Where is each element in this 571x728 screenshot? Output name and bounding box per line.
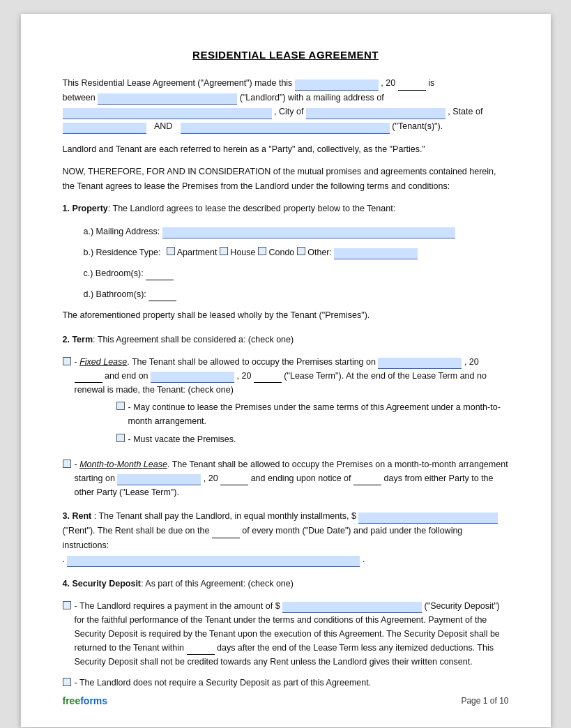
payment-instructions-field[interactable] (67, 556, 360, 567)
section3: 3. Rent : The Tenant shall pay the Landl… (63, 509, 509, 567)
vacate-option: - Must vacate the Premises. (116, 432, 509, 446)
fixed-lease-suboptions: - May continue to lease the Premises und… (116, 400, 509, 446)
apartment-label: Apartment (177, 248, 220, 257)
section1: 1. Property: The Landlord agrees to leas… (63, 202, 509, 322)
fixed-start-year[interactable] (75, 372, 102, 383)
date-field[interactable] (295, 79, 379, 91)
city-field[interactable] (306, 108, 446, 119)
intro-line1-pre: This Residential Lease Agreement ("Agree… (63, 78, 293, 88)
security-not-required-checkbox[interactable] (63, 678, 71, 686)
security-amount-field[interactable] (282, 602, 422, 613)
other-checkbox[interactable] (297, 247, 305, 255)
residence-type-row: b.) Residence Type: Apartment House Cond… (84, 245, 509, 259)
security-required-checkbox[interactable] (63, 601, 71, 609)
fixed-lease-checkbox[interactable] (63, 357, 71, 365)
fixed-start-date[interactable] (378, 358, 462, 369)
section4: 4. Security Deposit: As part of this Agr… (63, 577, 509, 690)
rent-amount-field[interactable] (358, 513, 498, 524)
month-start-date[interactable] (117, 474, 201, 485)
now-text: NOW, THEREFORE, FOR AND IN CONSIDERATION… (63, 165, 509, 193)
security-required-option: - The Landlord requires a payment in the… (63, 599, 509, 669)
section3-content: 3. Rent : The Tenant shall pay the Landl… (63, 509, 509, 567)
logo-forms: forms (80, 695, 107, 706)
month-lease-text: - Month-to-Month Lease. The Tenant shall… (75, 457, 509, 499)
section1-heading-line: 1. Property: The Landlord agrees to leas… (63, 202, 509, 216)
section2: 2. Term: This Agreement shall be conside… (63, 333, 509, 500)
bathrooms-field[interactable] (149, 290, 176, 301)
month-start-year[interactable] (220, 474, 248, 485)
apartment-checkbox[interactable] (167, 247, 175, 255)
section1-closing: The aforementioned property shall be lea… (63, 308, 509, 323)
state-field[interactable] (63, 123, 146, 134)
page-number: Page 1 of 10 (461, 696, 508, 706)
year-field[interactable] (398, 79, 426, 91)
section4-heading-line: 4. Security Deposit: As part of this Agr… (63, 577, 509, 591)
vacate-checkbox[interactable] (116, 434, 125, 442)
landlord-name-field[interactable] (98, 93, 237, 105)
bedrooms-row: c.) Bedroom(s): (84, 266, 509, 280)
bedrooms-field[interactable] (146, 269, 174, 280)
section2-heading-line: 2. Term: This Agreement shall be conside… (63, 333, 509, 347)
fixed-lease-option: - Fixed Lease. The Tenant shall be allow… (63, 355, 509, 450)
continue-lease-option: - May continue to lease the Premises und… (116, 400, 509, 428)
month-notice-days[interactable] (353, 474, 381, 485)
footer: freeforms Page 1 of 10 (63, 695, 509, 706)
mailing-label: a.) Mailing Address: (84, 227, 160, 236)
mailing-address-row: a.) Mailing Address: (84, 225, 509, 238)
continue-lease-checkbox[interactable] (116, 402, 125, 410)
tenant-name-field[interactable] (181, 123, 390, 134)
fixed-end-year[interactable] (254, 372, 282, 383)
condo-checkbox[interactable] (258, 247, 266, 255)
bathrooms-row: d.) Bathroom(s): (84, 287, 509, 301)
month-lease-checkbox[interactable] (63, 460, 71, 468)
logo-free: free (63, 695, 81, 706)
other-label: Other: (307, 248, 334, 257)
due-date-field[interactable] (212, 527, 240, 538)
house-label: House (230, 248, 258, 257)
parties-text: Landlord and Tenant are each referred to… (63, 142, 509, 157)
security-required-text: - The Landlord requires a payment in the… (75, 599, 509, 669)
mailing-address-field[interactable] (162, 227, 455, 238)
month-lease-option: - Month-to-Month Lease. The Tenant shall… (63, 457, 509, 499)
address-field[interactable] (63, 108, 272, 119)
section1-items: a.) Mailing Address: b.) Residence Type:… (84, 225, 509, 301)
document-page: RESIDENTIAL LEASE AGREEMENT This Residen… (21, 14, 551, 727)
security-not-required-option: - The Landlord does not require a Securi… (63, 676, 509, 690)
other-field[interactable] (334, 248, 418, 259)
security-return-days[interactable] (187, 644, 215, 655)
document-title: RESIDENTIAL LEASE AGREEMENT (63, 49, 509, 61)
freeforms-logo: freeforms (63, 695, 108, 706)
fixed-lease-text: - Fixed Lease. The Tenant shall be allow… (75, 355, 509, 450)
fixed-end-date[interactable] (151, 372, 234, 383)
residence-label: b.) Residence Type: (84, 248, 161, 257)
condo-label: Condo (268, 248, 296, 257)
house-checkbox[interactable] (220, 247, 228, 255)
intro-block: This Residential Lease Agreement ("Agree… (63, 76, 509, 134)
